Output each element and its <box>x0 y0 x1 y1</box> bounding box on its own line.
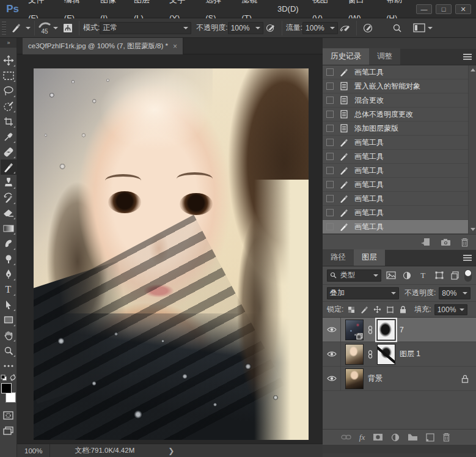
gradient-tool[interactable] <box>1 221 16 236</box>
minimize-button[interactable]: — <box>416 4 432 14</box>
add-layer-mask-button[interactable] <box>373 433 383 441</box>
delete-layer-trash-button[interactable] <box>442 433 450 442</box>
history-source-checkbox[interactable] <box>326 153 334 160</box>
eyedropper-tool[interactable] <box>1 129 16 144</box>
history-source-checkbox[interactable] <box>326 68 334 76</box>
type-tool[interactable]: T <box>1 282 16 297</box>
selection-brush-tool[interactable] <box>1 98 16 114</box>
lock-pixels-icon[interactable] <box>359 305 369 315</box>
layer-mask-thumbnail[interactable] <box>377 320 395 340</box>
layer-row-background[interactable]: 背景 <box>323 367 476 391</box>
tab-paths[interactable]: 路径 <box>323 249 354 266</box>
visibility-eye-icon[interactable] <box>323 367 341 390</box>
smoothing-icon[interactable] <box>361 21 375 35</box>
panel-menu-icon[interactable] <box>463 255 472 261</box>
history-source-checkbox[interactable] <box>326 209 334 216</box>
flow-select[interactable]: 100% <box>302 22 338 34</box>
healing-brush-tool[interactable] <box>1 144 16 159</box>
maximize-button[interactable]: □ <box>436 4 452 14</box>
lock-position-icon[interactable] <box>372 305 382 315</box>
history-row[interactable]: 画笔工具 <box>323 178 476 192</box>
tab-history[interactable]: 历史记录 <box>323 48 369 65</box>
close-tab-icon[interactable]: × <box>173 42 177 51</box>
opacity-select[interactable]: 100% <box>228 22 263 34</box>
layer-filter-toggle[interactable] <box>464 269 472 282</box>
background-color-swatch[interactable] <box>5 392 16 403</box>
screen-mode-button[interactable] <box>1 423 16 438</box>
layer-name[interactable]: 图层 1 <box>400 349 420 359</box>
history-row[interactable]: 画笔工具 <box>323 192 476 206</box>
tool-preset-picker[interactable] <box>9 21 31 35</box>
layer-thumbnail[interactable] <box>345 368 364 389</box>
filter-adjustment-layers-icon[interactable] <box>400 270 413 281</box>
new-adjustment-layer-button[interactable] <box>391 433 400 442</box>
history-row[interactable]: 画笔工具 <box>323 206 476 220</box>
quick-mask-button[interactable] <box>1 408 16 423</box>
options-grip[interactable] <box>2 21 6 35</box>
delete-state-trash-button[interactable] <box>461 238 469 247</box>
marquee-tool[interactable] <box>1 68 16 83</box>
lasso-tool[interactable] <box>1 83 16 98</box>
layer-filter-type-select[interactable]: 类型 <box>327 269 381 282</box>
history-scrollbar[interactable] <box>468 65 476 234</box>
new-layer-button[interactable] <box>426 433 434 442</box>
pen-tool[interactable] <box>1 266 16 282</box>
dodge-tool[interactable] <box>1 251 16 266</box>
lock-artboard-icon[interactable] <box>385 305 395 315</box>
visibility-eye-icon[interactable] <box>323 318 341 342</box>
swap-colors-icon[interactable] <box>9 374 16 381</box>
history-source-checkbox[interactable] <box>326 111 334 118</box>
history-row[interactable]: 画笔工具 <box>323 65 476 79</box>
history-source-checkbox[interactable] <box>326 139 334 146</box>
filter-type-layers-icon[interactable]: T <box>417 270 430 281</box>
layer-fill-select[interactable]: 100% <box>434 304 467 315</box>
shape-tool[interactable] <box>1 312 16 327</box>
history-row[interactable]: 画笔工具 <box>323 136 476 150</box>
move-tool[interactable] <box>1 53 16 68</box>
menu-3d[interactable]: 3D(D) <box>271 0 306 18</box>
default-colors-icon[interactable] <box>1 375 7 381</box>
lock-all-icon[interactable] <box>398 305 408 315</box>
history-row-current[interactable]: 画笔工具 <box>323 220 476 234</box>
layer-opacity-select[interactable]: 80% <box>439 287 471 299</box>
layer-name[interactable]: 背景 <box>368 373 383 384</box>
clone-stamp-tool[interactable] <box>1 175 16 190</box>
eraser-tool[interactable] <box>1 205 16 221</box>
smudge-tool[interactable] <box>1 236 16 251</box>
canvas-image[interactable] <box>34 68 309 440</box>
lock-transparency-icon[interactable] <box>346 305 356 315</box>
layer-row-layer1[interactable]: 图层 1 <box>323 342 476 367</box>
zoom-tool[interactable] <box>1 343 16 358</box>
path-select-tool[interactable] <box>1 297 16 312</box>
layer-thumbnail[interactable] <box>345 320 364 340</box>
history-row[interactable]: 置入嵌入的智能对象 <box>323 79 476 93</box>
visibility-eye-icon[interactable] <box>323 342 341 366</box>
layer-name[interactable]: 7 <box>400 326 404 334</box>
history-source-checkbox[interactable] <box>326 167 334 174</box>
filter-smart-objects-icon[interactable] <box>449 270 461 281</box>
search-icon[interactable] <box>390 21 405 35</box>
history-row[interactable]: 画笔工具 <box>323 164 476 178</box>
history-brush-tool[interactable] <box>1 190 16 205</box>
canvas-pasteboard[interactable] <box>17 54 323 444</box>
layer-lock-icon[interactable] <box>461 375 469 383</box>
status-options-chevron[interactable]: ❯ <box>168 447 174 455</box>
filter-pixel-layers-icon[interactable] <box>384 270 397 281</box>
blend-mode-select[interactable]: 正常 <box>100 22 191 34</box>
new-document-from-state-button[interactable] <box>421 238 431 247</box>
layer-style-fx-button[interactable]: fx <box>359 433 365 442</box>
history-row[interactable]: 画笔工具 <box>323 150 476 164</box>
document-tab[interactable]: ce3QfPzhlF1rk.jpg @ 100% (7, 图层蒙版/8) * × <box>23 38 183 54</box>
history-source-checkbox[interactable] <box>326 223 334 230</box>
history-source-checkbox[interactable] <box>326 195 334 202</box>
brush-preset-picker[interactable]: 45 <box>38 21 58 35</box>
panel-menu-icon[interactable] <box>463 54 472 60</box>
tab-adjustments[interactable]: 调整 <box>369 48 400 65</box>
scroll-down-arrow[interactable] <box>471 228 475 231</box>
layer-mask-thumbnail[interactable] <box>377 344 395 365</box>
close-button[interactable]: ✕ <box>455 4 471 14</box>
new-group-folder-button[interactable] <box>408 433 418 441</box>
collapse-panel-button[interactable]: » <box>0 38 16 48</box>
toggle-brush-panel-button[interactable] <box>60 21 75 35</box>
link-layers-button[interactable] <box>341 434 351 440</box>
